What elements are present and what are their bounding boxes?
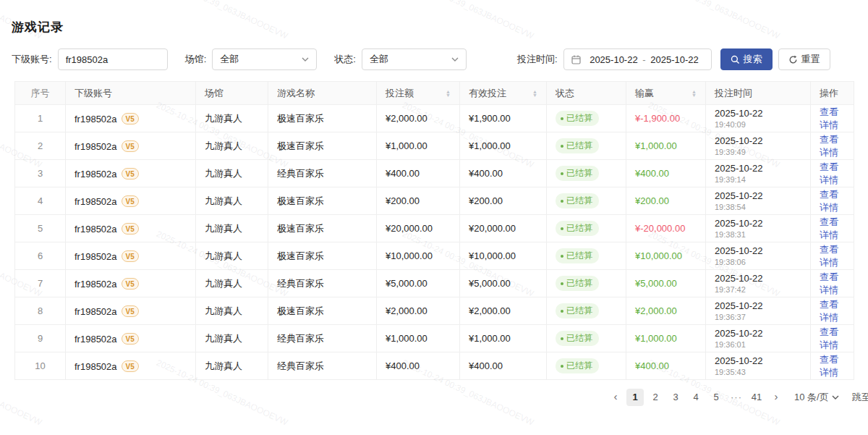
valid-bet-cell: ¥1,000.00	[460, 325, 547, 352]
bet-time-cell: 2025-10-2219:36:37	[706, 297, 811, 325]
column-header: 投注时间	[706, 82, 811, 105]
game-name-cell: 经典百家乐	[268, 325, 377, 352]
page-number-button[interactable]: 4	[687, 389, 705, 406]
valid-bet-cell: ¥5,000.00	[460, 270, 547, 297]
bet-amount-cell: ¥5,000.00	[377, 270, 460, 297]
view-details-link[interactable]: 查看详情	[820, 134, 838, 158]
seq-cell: 1	[15, 105, 66, 132]
venue-cell: 九游真人	[196, 215, 268, 242]
account-value: fr198502a	[75, 251, 117, 262]
valid-bet-value: ¥400.00	[469, 168, 503, 179]
page-number-button[interactable]: 3	[667, 389, 684, 406]
bet-amount-cell: ¥10,000.00	[377, 242, 460, 270]
chevron-down-icon	[451, 57, 459, 62]
row-seq: 3	[38, 168, 43, 179]
view-details-link[interactable]: 查看详情	[820, 244, 838, 268]
status-label: 已结算	[566, 167, 592, 180]
status-label: 已结算	[566, 305, 592, 317]
bet-time-cell: 2025-10-2219:37:42	[706, 270, 811, 297]
account-cell: fr198502aV5	[66, 297, 196, 325]
view-details-link[interactable]: 查看详情	[820, 106, 838, 130]
status-select[interactable]: 全部	[362, 48, 467, 70]
page-title: 游戏记录	[12, 19, 64, 35]
status-dot-icon	[561, 310, 563, 313]
sort-icon[interactable]: ▲▼	[692, 90, 697, 97]
game-name-value: 极速百家乐	[277, 113, 324, 124]
view-details-link[interactable]: 查看详情	[820, 354, 838, 378]
seq-cell: 10	[15, 352, 66, 380]
game-name-value: 经典百家乐	[277, 278, 324, 289]
status-cell: 已结算	[547, 105, 626, 132]
win-loss-value: ¥2,000.00	[635, 305, 677, 316]
venue-value: 九游真人	[205, 305, 242, 316]
vip-level-badge: V5	[122, 140, 139, 152]
search-button[interactable]: 搜索	[720, 48, 773, 70]
bet-date: 2025-10-22	[715, 108, 801, 119]
valid-bet-cell: ¥10,000.00	[460, 242, 547, 270]
column-header: 游戏名称	[268, 82, 377, 105]
bet-date: 2025-10-22	[715, 163, 801, 174]
row-seq: 2	[38, 140, 43, 151]
bet-amount-cell: ¥1,000.00	[377, 132, 460, 160]
account-input[interactable]	[58, 48, 168, 70]
win-loss-value: ¥1,000.00	[635, 140, 677, 151]
table-header-row: 序号下级账号场馆游戏名称投注额▲▼有效投注▲▼状态输赢▲▼投注时间操作	[15, 82, 854, 105]
game-name-value: 经典百家乐	[277, 333, 324, 344]
column-header-label: 游戏名称	[277, 87, 315, 100]
bet-time-cell: 2025-10-2219:36:01	[706, 325, 811, 352]
column-header-label: 场馆	[205, 87, 224, 100]
page-number-button[interactable]: 1	[626, 389, 644, 406]
status-label: 已结算	[566, 360, 592, 372]
row-seq: 10	[35, 360, 45, 371]
win-loss-cell: ¥400.00	[626, 160, 706, 187]
reset-icon	[788, 55, 798, 64]
action-cell: 查看详情	[811, 352, 854, 380]
reset-button[interactable]: 重置	[778, 48, 830, 70]
venue-select[interactable]: 全部	[212, 48, 317, 70]
action-cell: 查看详情	[811, 160, 854, 187]
next-page-button[interactable]: ›	[768, 389, 784, 406]
view-details-link[interactable]: 查看详情	[820, 161, 838, 185]
win-loss-cell: ¥-20,000.00	[626, 215, 706, 242]
date-range-picker[interactable]: 2025-10-22 - 2025-10-22	[563, 48, 712, 70]
status-dot-icon	[561, 365, 563, 368]
status-cell: 已结算	[547, 325, 626, 352]
view-details-link[interactable]: 查看详情	[820, 326, 838, 350]
vip-level-badge: V5	[122, 195, 139, 207]
bet-amount-cell: ¥200.00	[377, 187, 460, 215]
vip-level-badge: V5	[122, 168, 139, 180]
win-loss-cell: ¥200.00	[626, 187, 706, 215]
prev-page-button[interactable]: ‹	[608, 389, 624, 406]
column-header: 输赢▲▼	[626, 82, 706, 105]
bet-amount-value: ¥1,000.00	[386, 333, 427, 344]
view-details-link[interactable]: 查看详情	[820, 189, 838, 213]
table-row: 1fr198502aV5九游真人极速百家乐¥2,000.00¥1,900.00已…	[15, 105, 854, 132]
win-loss-value: ¥400.00	[635, 360, 669, 371]
column-header: 场馆	[196, 82, 268, 105]
bet-amount-value: ¥200.00	[386, 195, 420, 206]
page-size-select[interactable]: 10 条/页	[794, 391, 839, 404]
view-details-link[interactable]: 查看详情	[820, 271, 838, 295]
view-details-link[interactable]: 查看详情	[820, 216, 838, 240]
status-label: 已结算	[566, 140, 592, 152]
view-details-link[interactable]: 查看详情	[820, 299, 838, 323]
game-name-value: 极速百家乐	[277, 140, 324, 151]
sort-icon[interactable]: ▲▼	[446, 90, 451, 97]
row-seq: 7	[38, 278, 43, 289]
valid-bet-value: ¥1,000.00	[469, 140, 511, 151]
table-row: 2fr198502aV5九游真人极速百家乐¥1,000.00¥1,000.00已…	[15, 132, 854, 160]
page-number-button[interactable]: 5	[707, 389, 725, 406]
account-value: fr198502a	[75, 114, 117, 124]
seq-cell: 7	[15, 270, 66, 297]
action-cell: 查看详情	[811, 297, 854, 325]
page-number-button[interactable]: 41	[748, 389, 765, 406]
page-number-button[interactable]: 2	[647, 389, 664, 406]
vip-level-badge: V5	[122, 305, 139, 317]
win-loss-value: ¥10,000.00	[635, 250, 682, 261]
venue-value: 九游真人	[205, 333, 242, 344]
status-dot-icon	[561, 337, 563, 340]
account-cell: fr198502aV5	[66, 352, 196, 380]
game-name-cell: 极速百家乐	[268, 215, 377, 242]
sort-icon[interactable]: ▲▼	[532, 90, 537, 97]
watermark-text: 2025-10-24 00:39_063JBAOOOEVW	[647, 0, 781, 41]
